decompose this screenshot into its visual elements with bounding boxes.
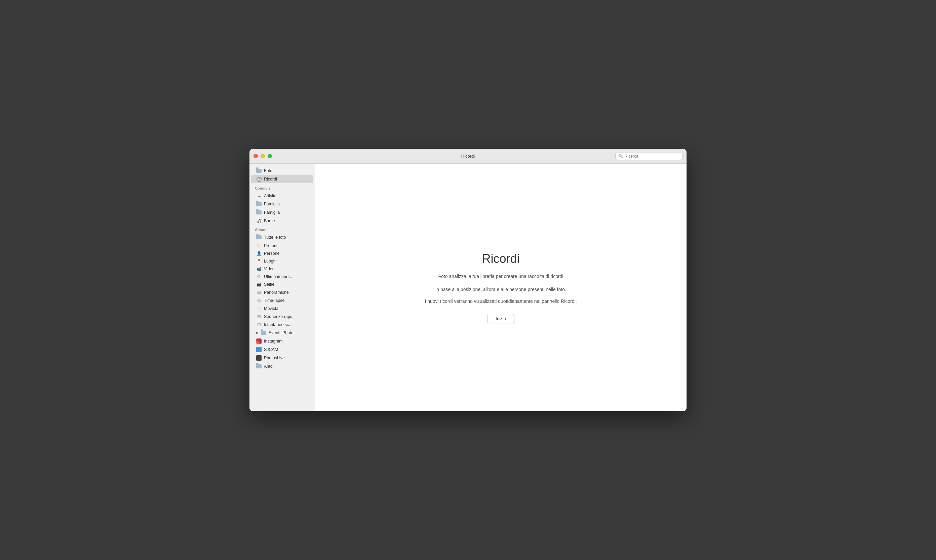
sidebar-label-ricordi: Ricordi xyxy=(264,177,277,182)
maximize-button[interactable] xyxy=(268,154,272,158)
folder-icon-6 xyxy=(256,364,262,369)
sidebar-label-sequenze: Sequenze rapi... xyxy=(264,314,294,319)
sidebar-item-famiglia2[interactable]: Famiglia xyxy=(251,208,313,217)
window-title: Ricordi xyxy=(461,154,475,158)
sidebar-label-photosl: PhotosLive xyxy=(264,355,285,360)
sidebar-item-eventi[interactable]: ▶ Eventi iPhoto xyxy=(251,329,313,337)
folder-icon-4 xyxy=(256,235,262,240)
sidebar-item-famiglia1[interactable]: Famiglia xyxy=(251,200,313,208)
sidebar-label-instagram: Instagram xyxy=(264,339,283,343)
app-window: Ricordi 🔍 Foto Ricordi Condivisi xyxy=(249,149,687,411)
titlebar: Ricordi 🔍 xyxy=(249,149,687,164)
panorama-icon: ⊟ xyxy=(256,290,262,295)
search-icon: 🔍 xyxy=(618,154,623,158)
moviola-icon: ◌ xyxy=(256,306,262,311)
search-input[interactable] xyxy=(625,154,679,158)
folder-icon-2 xyxy=(256,202,262,207)
sidebar-item-instagram[interactable]: Instagram xyxy=(251,337,313,345)
search-box[interactable]: 🔍 xyxy=(615,152,682,160)
sidebar-label-foto: Foto xyxy=(264,168,272,173)
sidebar-label-panoramiche: Panoramiche xyxy=(264,290,289,295)
sidebar-label-preferiti: Preferiti xyxy=(264,243,279,248)
video-icon: 📹 xyxy=(256,266,262,271)
cloud-icon: ☁ xyxy=(256,193,262,198)
sidebar-item-attivita[interactable]: ☁ Attività xyxy=(251,192,313,200)
instagram-icon xyxy=(256,338,262,344)
sidebar-label-video: Video xyxy=(264,266,275,271)
memories-icon xyxy=(256,177,262,182)
sidebar-label-persone: Persone xyxy=(264,251,280,256)
timelapse-icon: ◎ xyxy=(256,298,262,303)
sidebar-label-istantanee: Istantanee sc... xyxy=(264,322,292,327)
folder-icon-5 xyxy=(261,330,266,335)
traffic-lights xyxy=(254,154,272,158)
sidebar-item-ricordi[interactable]: Ricordi xyxy=(251,175,313,183)
sidebar: Foto Ricordi Condivisi ☁ Attività Famigl… xyxy=(249,164,315,411)
sidebar-item-video[interactable]: 📹 Video xyxy=(251,265,313,272)
sidebar-item-panoramiche[interactable]: ⊟ Panoramiche xyxy=(251,288,313,296)
screenshot-icon: ⊡ xyxy=(256,322,262,327)
sidebar-item-moviola[interactable]: ◌ Moviola xyxy=(251,305,313,312)
sidebar-item-sequenze[interactable]: ⊞ Sequenze rapi... xyxy=(251,312,313,320)
section-album: Album xyxy=(249,225,315,233)
clock-icon: ⏱ xyxy=(256,274,262,279)
chevron-right-icon: ▶ xyxy=(256,331,259,334)
section-condivisi: Condivisi xyxy=(249,183,315,192)
sidebar-item-sjcam[interactable]: SJCAM xyxy=(251,346,313,354)
sidebar-label-tutte: Tutte le foto xyxy=(264,235,286,240)
burst-icon: ⊞ xyxy=(256,314,262,319)
sidebar-label-timelapse: Time-lapse xyxy=(264,298,285,303)
main-content: Foto Ricordi Condivisi ☁ Attività Famigl… xyxy=(249,164,687,411)
description-line1: Foto analizza la tua libreria per creare… xyxy=(439,272,563,280)
sidebar-item-timelapse[interactable]: ◎ Time-lapse xyxy=(251,297,313,304)
sidebar-label-moviola: Moviola xyxy=(264,306,279,311)
folder-icon-3 xyxy=(256,210,262,215)
page-title: Ricordi xyxy=(482,252,519,266)
sidebar-label-sjcam: SJCAM xyxy=(264,347,278,352)
barce-icon: 🏖 xyxy=(256,218,262,223)
sidebar-item-barce[interactable]: 🏖 Barce xyxy=(251,217,313,225)
sidebar-label-luoghi: Luoghi xyxy=(264,259,277,263)
sidebar-label-barce: Barce xyxy=(264,218,275,223)
sidebar-label-ultima: Ultima import... xyxy=(264,274,292,279)
pin-icon: 📍 xyxy=(256,259,262,263)
sidebar-label-anto: Anto xyxy=(264,364,272,369)
sidebar-item-photosl[interactable]: PhotosLive xyxy=(251,354,313,362)
sidebar-item-tutte[interactable]: Tutte le foto xyxy=(251,233,313,242)
main-note: I nuovi ricordi verranno visualizzati qu… xyxy=(425,298,577,304)
sidebar-label-eventi: Eventi iPhoto xyxy=(269,331,294,335)
sidebar-item-foto[interactable]: Foto xyxy=(251,167,313,175)
sidebar-item-preferiti[interactable]: ♡ Preferiti xyxy=(251,242,313,249)
person-icon: 👤 xyxy=(256,251,262,256)
selfie-icon: 📸 xyxy=(256,282,262,287)
description-line2: in base alla posizione, all'ora e alle p… xyxy=(436,286,566,293)
sidebar-item-istantanee[interactable]: ⊡ Istantanee sc... xyxy=(251,321,313,328)
folder-icon xyxy=(256,168,262,174)
sidebar-item-selfie[interactable]: 📸 Selfie xyxy=(251,281,313,288)
main-panel: Ricordi Foto analizza la tua libreria pe… xyxy=(315,164,687,411)
heart-icon: ♡ xyxy=(256,243,262,248)
sidebar-label-famiglia1: Famiglia xyxy=(264,202,280,206)
sidebar-item-ultima[interactable]: ⏱ Ultima import... xyxy=(251,273,313,280)
sjcam-icon xyxy=(256,347,262,352)
sidebar-item-persone[interactable]: 👤 Persone xyxy=(251,250,313,257)
sidebar-item-anto[interactable]: Anto xyxy=(251,362,313,371)
close-button[interactable] xyxy=(254,154,258,158)
sidebar-item-luoghi[interactable]: 📍 Luoghi xyxy=(251,257,313,265)
sidebar-label-famiglia2: Famiglia xyxy=(264,210,280,215)
sidebar-label-attivita: Attività xyxy=(264,194,277,198)
sidebar-label-selfie: Selfie xyxy=(264,282,274,287)
minimize-button[interactable] xyxy=(260,154,265,158)
photosl-icon xyxy=(256,355,262,361)
start-button[interactable]: Inizia xyxy=(487,314,514,323)
